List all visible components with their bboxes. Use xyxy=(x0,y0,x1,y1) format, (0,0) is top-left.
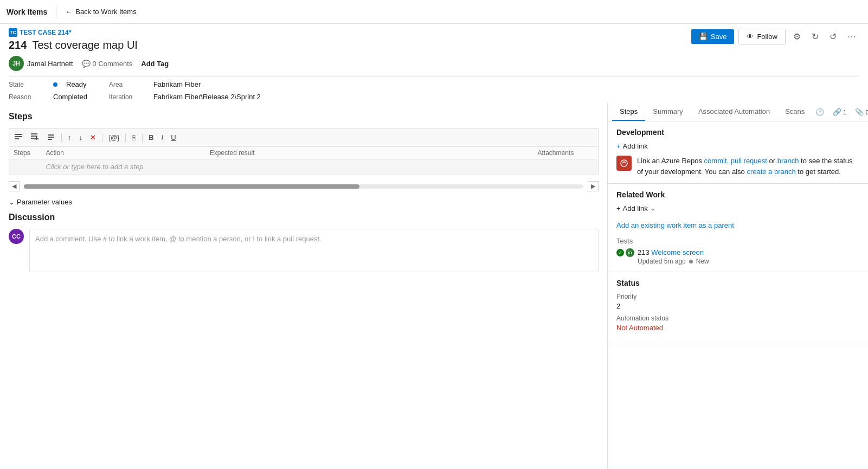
fields-row: State Ready Reason Completed Area Fabrik… xyxy=(9,76,859,103)
attachments-tab-btn[interactable]: 📎 0 xyxy=(852,106,868,118)
col-steps: Steps xyxy=(9,147,42,159)
col-attachments: Attachments xyxy=(533,147,599,159)
status-title: Status xyxy=(616,279,859,287)
plus-icon: + xyxy=(616,142,621,150)
eye-icon: 👁 xyxy=(747,33,754,41)
commit-link[interactable]: commit, xyxy=(704,157,729,165)
tb-divider-1 xyxy=(61,133,62,142)
test-id: 213 xyxy=(638,248,650,256)
scroll-left-btn[interactable]: ◀ xyxy=(9,181,20,191)
svg-rect-4 xyxy=(31,136,37,137)
discussion-title: Discussion xyxy=(9,213,599,222)
follow-button[interactable]: 👁 Follow xyxy=(738,29,786,44)
move-down-btn[interactable]: ↓ xyxy=(76,132,86,143)
add-step-btn[interactable] xyxy=(11,131,25,144)
current-user-avatar: CC xyxy=(9,229,24,244)
parameter-values-section[interactable]: ⌄ Parameter values xyxy=(9,198,599,206)
insert-step-btn[interactable] xyxy=(44,131,58,144)
left-fields: State Ready Reason Completed xyxy=(9,80,87,101)
tabs-row: Steps Summary Associated Automation Scan… xyxy=(608,103,868,121)
svg-rect-10 xyxy=(48,139,52,140)
comment-input[interactable]: Add a comment. Use # to link a work item… xyxy=(29,229,599,272)
author-avatar: JH xyxy=(9,56,24,71)
tab-associated-automation[interactable]: Associated Automation xyxy=(691,103,777,121)
comments-link[interactable]: 💬 0 Comments xyxy=(82,60,133,68)
copy-btn[interactable]: ⎘ xyxy=(129,132,139,143)
param-btn[interactable]: {@} xyxy=(106,132,122,143)
tb-divider-4 xyxy=(142,133,143,142)
tests-label: Tests xyxy=(616,237,859,245)
tb-divider-2 xyxy=(102,133,102,142)
comment-icon: 💬 xyxy=(82,60,91,68)
parameter-values-label: Parameter values xyxy=(17,198,72,206)
dropdown-arrow-icon: ⌄ xyxy=(650,205,655,212)
top-nav: Work Items ← Back to Work Items xyxy=(0,0,868,24)
scroll-track[interactable] xyxy=(24,184,583,189)
development-section: Development + Add link Link an Azure Rep… xyxy=(608,121,868,184)
test-item-content: 213 Welcome screen Updated 5m ago New xyxy=(638,248,709,265)
reason-field: Reason Completed xyxy=(9,93,87,101)
add-link-dropdown[interactable]: + Add link ⌄ xyxy=(616,204,655,213)
right-fields: Area Fabrikam Fiber Iteration Fabrikam F… xyxy=(109,80,261,101)
svg-rect-7 xyxy=(34,138,38,139)
refresh-button[interactable]: ↻ xyxy=(808,28,822,45)
add-shared-step-btn[interactable] xyxy=(28,131,42,144)
dev-link-box: Link an Azure Repos commit, pull request… xyxy=(616,156,859,177)
tab-scans[interactable]: Scans xyxy=(777,103,812,121)
priority-value[interactable]: 2 xyxy=(616,302,859,310)
h-scrollbar[interactable]: ◀ ▶ xyxy=(9,179,599,194)
pull-request-link[interactable]: pull request xyxy=(731,157,767,165)
test-title-link[interactable]: Welcome screen xyxy=(651,248,704,256)
history-tab-btn[interactable]: 🕐 xyxy=(812,106,827,118)
add-parent-link[interactable]: Add an existing work item as a parent xyxy=(616,218,859,233)
work-item-id: 214 xyxy=(9,39,27,52)
automation-status-value[interactable]: Not Automated xyxy=(616,324,859,332)
nav-divider xyxy=(56,5,56,18)
test-passed-icon: ✓ xyxy=(616,249,624,256)
delete-step-btn[interactable]: ✕ xyxy=(87,132,99,143)
test-updated: Updated 5m ago xyxy=(638,258,686,265)
create-branch-link[interactable]: create a branch xyxy=(747,168,795,176)
add-step-row[interactable]: Click or type here to add a step xyxy=(9,159,599,175)
col-expected: Expected result xyxy=(205,147,533,159)
related-work-header: + Add link ⌄ xyxy=(616,204,859,213)
automation-status-label: Automation status xyxy=(616,314,859,322)
italic-btn[interactable]: I xyxy=(159,132,166,143)
attachment-icon: 📎 xyxy=(855,108,864,116)
plus-icon-2: + xyxy=(616,204,621,213)
settings-button[interactable]: ⚙ xyxy=(790,28,804,45)
scroll-right-btn[interactable]: ▶ xyxy=(588,181,599,191)
status-section: Status Priority 2 Automation status Not … xyxy=(608,272,868,343)
tab-icons: 🕐 🔗 1 📎 0 xyxy=(812,106,868,118)
state-field: State Ready xyxy=(9,80,87,88)
steps-toolbar: ↑ ↓ ✕ {@} ⎘ B I U xyxy=(9,128,599,146)
comment-placeholder: Add a comment. Use # to link a work item… xyxy=(35,235,322,243)
test-item: ✓ in 213 Welcome screen Updated 5m ago N… xyxy=(616,248,859,265)
links-tab-btn[interactable]: 🔗 1 xyxy=(830,106,850,118)
back-arrow-icon: ← xyxy=(65,8,72,16)
add-tag-button[interactable]: Add Tag xyxy=(141,60,169,68)
save-button[interactable]: 💾 Save xyxy=(691,29,735,44)
steps-section-title: Steps xyxy=(9,112,599,121)
more-button[interactable]: ⋯ xyxy=(844,28,859,45)
tab-steps[interactable]: Steps xyxy=(612,103,645,121)
underline-btn[interactable]: U xyxy=(168,132,178,143)
test-status: New xyxy=(696,258,709,265)
back-to-work-items-link[interactable]: ← Back to Work Items xyxy=(65,8,136,16)
svg-rect-9 xyxy=(48,137,54,138)
links-count: 1 xyxy=(843,109,846,115)
work-item-title-row: 214 Test coverage map UI xyxy=(9,39,169,52)
main-content: Steps ↑ ↓ ✕ {@} ⎘ B I U xyxy=(0,103,868,469)
add-link-row[interactable]: + Add link xyxy=(616,142,859,150)
test-user-icon: in xyxy=(626,248,634,257)
undo-button[interactable]: ↺ xyxy=(826,28,840,45)
author-name: Jamal Hartnett xyxy=(27,60,73,68)
add-link-label: Add link xyxy=(623,142,648,150)
steps-table: Steps Action Expected result Attachments… xyxy=(9,146,599,175)
bold-btn[interactable]: B xyxy=(146,132,156,143)
work-item-header: TC TEST CASE 214* 214 Test coverage map … xyxy=(0,24,868,103)
tab-summary[interactable]: Summary xyxy=(645,103,691,121)
state-dot xyxy=(53,82,57,87)
branch-link[interactable]: branch xyxy=(777,157,799,165)
move-up-btn[interactable]: ↑ xyxy=(65,132,74,143)
